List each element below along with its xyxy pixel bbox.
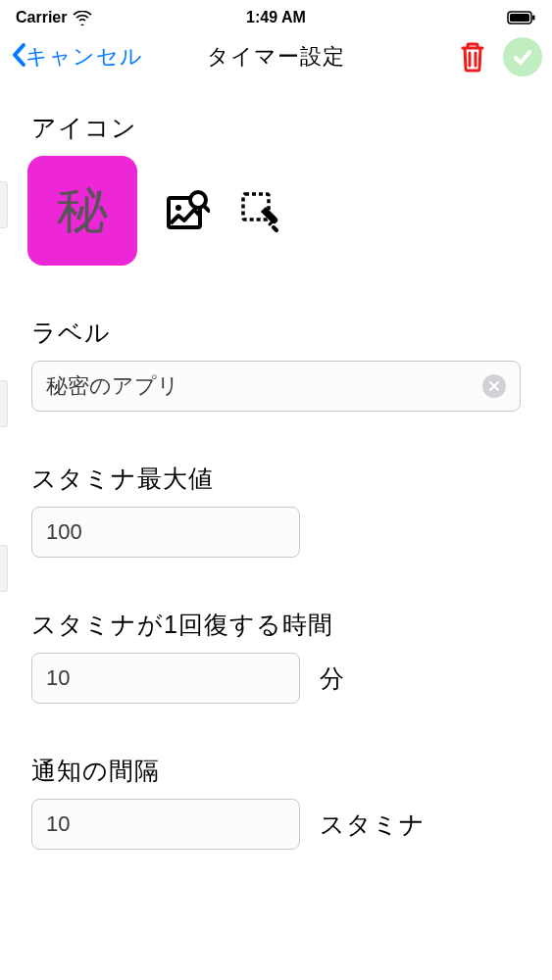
icon-preview[interactable]: 秘 bbox=[27, 156, 137, 266]
recovery-time-label: スタミナが1回復する時間 bbox=[31, 609, 521, 641]
page-title: タイマー設定 bbox=[207, 42, 345, 72]
trash-icon bbox=[458, 40, 487, 74]
status-bar: Carrier 1:49 AM bbox=[0, 0, 552, 31]
color-picker-button[interactable] bbox=[237, 188, 282, 233]
image-search-icon bbox=[165, 188, 210, 233]
recovery-time-section: スタミナが1回復する時間 10 分 bbox=[31, 609, 521, 704]
svg-rect-2 bbox=[532, 16, 535, 21]
side-stub bbox=[0, 545, 8, 592]
max-stamina-label: スタミナ最大値 bbox=[31, 463, 521, 495]
status-right bbox=[507, 11, 536, 24]
label-section-label: ラベル bbox=[31, 317, 521, 349]
nav-actions bbox=[458, 37, 542, 76]
notification-interval-section: 通知の間隔 10 スタミナ bbox=[31, 755, 521, 850]
label-input-value: 秘密のアプリ bbox=[46, 371, 179, 401]
eyedropper-icon bbox=[237, 188, 282, 233]
recovery-time-input[interactable]: 10 bbox=[31, 653, 300, 704]
max-stamina-value: 100 bbox=[46, 519, 82, 545]
label-section: ラベル 秘密のアプリ bbox=[31, 317, 521, 412]
cancel-button[interactable]: キャンセル bbox=[10, 42, 143, 73]
confirm-button[interactable] bbox=[503, 37, 542, 76]
side-stub bbox=[0, 380, 8, 427]
nav-bar: キャンセル タイマー設定 bbox=[0, 31, 552, 86]
max-stamina-input[interactable]: 100 bbox=[31, 507, 300, 558]
status-time: 1:49 AM bbox=[246, 9, 306, 26]
battery-icon bbox=[507, 11, 536, 24]
checkmark-icon bbox=[511, 45, 534, 69]
icon-section: アイコン 秘 bbox=[31, 112, 521, 266]
recovery-time-row: 10 分 bbox=[31, 653, 521, 704]
close-icon bbox=[488, 380, 500, 392]
carrier-label: Carrier bbox=[16, 9, 67, 26]
icon-row: 秘 bbox=[31, 156, 521, 266]
recovery-time-value: 10 bbox=[46, 665, 70, 691]
image-search-button[interactable] bbox=[165, 188, 210, 233]
icon-preview-char: 秘 bbox=[57, 176, 108, 245]
content: アイコン 秘 bbox=[0, 86, 552, 850]
notification-interval-unit: スタミナ bbox=[320, 808, 426, 841]
max-stamina-section: スタミナ最大値 100 bbox=[31, 463, 521, 558]
notification-interval-input[interactable]: 10 bbox=[31, 799, 300, 850]
cancel-label: キャンセル bbox=[25, 42, 143, 72]
recovery-time-unit: 分 bbox=[320, 662, 345, 695]
svg-rect-1 bbox=[510, 14, 529, 22]
svg-point-4 bbox=[176, 205, 181, 211]
clear-label-button[interactable] bbox=[482, 374, 506, 398]
notification-interval-label: 通知の間隔 bbox=[31, 755, 521, 787]
icon-section-label: アイコン bbox=[31, 112, 521, 144]
wifi-icon bbox=[73, 11, 92, 25]
side-stub bbox=[0, 181, 8, 228]
notification-interval-row: 10 スタミナ bbox=[31, 799, 521, 850]
status-left: Carrier bbox=[16, 9, 92, 26]
delete-button[interactable] bbox=[458, 40, 487, 74]
label-input[interactable]: 秘密のアプリ bbox=[31, 361, 521, 412]
notification-interval-value: 10 bbox=[46, 811, 70, 837]
